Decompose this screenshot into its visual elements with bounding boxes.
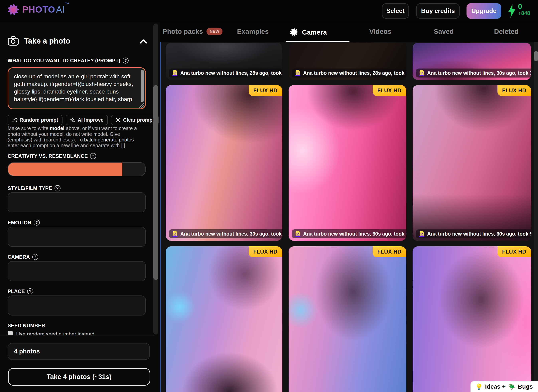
- ideas-bugs-feedback-button[interactable]: 💡 Ideas + 🪲 Bugs: [470, 381, 538, 392]
- generated-photo[interactable]: 👱🏼‍♀️ Ana turbo new without lines, 30s a…: [413, 43, 531, 80]
- model-emoji-icon: 👱🏼‍♀️: [418, 231, 425, 237]
- style-help-icon[interactable]: ?: [55, 185, 60, 191]
- emotion-input[interactable]: [8, 227, 146, 247]
- creativity-slider-fill[interactable]: [8, 163, 122, 176]
- logo-wordmark: PHOTO AI™: [22, 5, 69, 15]
- generated-photo[interactable]: FLUX HD 👱🏼‍♀️ Ana turbo new without line…: [166, 85, 282, 241]
- emotion-help-icon[interactable]: ?: [34, 219, 40, 226]
- gallery-scrollbar-track[interactable]: [534, 42, 538, 392]
- take-photos-button[interactable]: Take 4 photos (~31s): [8, 368, 150, 386]
- prompt-help-text: Make sure to write model above, or if yo…: [8, 126, 142, 148]
- seed-number-label: SEED NUMBER: [8, 323, 45, 328]
- batch-generate-photos-link[interactable]: batch generate photos: [84, 137, 134, 142]
- feedback-ideas-label: Ideas +: [485, 383, 506, 390]
- prompt-input[interactable]: close-up of model as an e-girl portrait …: [8, 68, 145, 108]
- model-emoji-icon: 👱🏼‍♀️: [171, 231, 178, 237]
- logo-text-photo: PHOTO: [22, 5, 55, 14]
- sidebar-bottom-panel: 4 photos Take 4 photos (~31s): [0, 335, 154, 392]
- clear-prompt-button[interactable]: Clear prompt: [111, 115, 158, 125]
- flux-hd-badge: FLUX HD: [373, 85, 406, 96]
- style-label-row: STYLE/FILM TYPE ?: [8, 185, 60, 191]
- tab-camera[interactable]: Camera: [289, 28, 327, 37]
- photo-caption: 👱🏼‍♀️ Ana turbo new without lines, 28s a…: [169, 69, 282, 78]
- emotion-label: EMOTION: [8, 220, 31, 226]
- place-help-icon[interactable]: ?: [27, 288, 33, 294]
- prompt-textarea-container: close-up of model as an e-girl portrait …: [8, 67, 146, 109]
- tab-examples[interactable]: Examples: [237, 28, 269, 35]
- clear-prompt-label: Clear prompt: [123, 117, 154, 123]
- random-prompt-button[interactable]: Random prompt: [8, 115, 63, 125]
- bug-icon: 🪲: [508, 383, 515, 390]
- prompt-scrollbar-thumb[interactable]: [141, 70, 144, 102]
- creativity-help-icon[interactable]: ?: [90, 153, 96, 159]
- active-tab-underline: [286, 41, 349, 42]
- style-film-type-input[interactable]: [8, 192, 146, 212]
- panel-header-take-a-photo[interactable]: Take a photo: [8, 36, 70, 46]
- sidebar-scrollbar-track[interactable]: [153, 23, 158, 335]
- logo-text-ai: AI: [56, 5, 65, 14]
- tab-photo-packs[interactable]: Photo packs NEW: [162, 28, 223, 35]
- prompt-label: WHAT DO YOU WANT TO CREATE? (PROMPT): [8, 58, 120, 64]
- prompt-resize-grip[interactable]: [139, 103, 144, 108]
- tab-deleted[interactable]: Deleted: [494, 28, 519, 35]
- generated-photo[interactable]: FLUX HD 👱🏼‍♀️ Ana turbo new without line…: [289, 85, 406, 241]
- camera-input[interactable]: [8, 261, 146, 281]
- sidebar-scrollbar-thumb[interactable]: [153, 85, 158, 280]
- generated-photo[interactable]: FLUX HD: [166, 246, 282, 392]
- take-a-photo-sidebar: Take a photo WHAT DO YOU WANT TO CREATE?…: [0, 22, 160, 392]
- lightning-bolt-icon: [508, 4, 516, 18]
- prompt-help-icon[interactable]: ?: [123, 57, 129, 64]
- place-label-row: PLACE ?: [8, 288, 33, 294]
- caption-text: Ana turbo new without lines, 28s ago, to…: [303, 70, 406, 76]
- logo-trademark: ™: [65, 2, 69, 7]
- seed-checkbox-row[interactable]: Use random seed number instead: [8, 331, 147, 335]
- emotion-label-row: EMOTION ?: [8, 219, 40, 226]
- model-emoji-icon: 👱🏼‍♀️: [418, 70, 425, 76]
- credits-delta: +848: [518, 10, 530, 16]
- prompt-actions-row: Random prompt AI Improve Clear prompt: [8, 115, 158, 125]
- help-text-post: enter each prompt on a new line and sepa…: [8, 143, 126, 148]
- seed-label-row: SEED NUMBER: [8, 323, 45, 328]
- caption-text: Ana turbo new without lines, 30s ago, to…: [427, 70, 531, 76]
- prompt-label-row: WHAT DO YOU WANT TO CREATE? (PROMPT) ?: [8, 57, 129, 64]
- help-text-pre: Make sure to write: [8, 126, 50, 131]
- flux-hd-badge: FLUX HD: [497, 85, 531, 96]
- help-text-model: model: [50, 126, 65, 131]
- generated-photo[interactable]: FLUX HD 👱🏼‍♀️ Ana turbo new without line…: [413, 85, 531, 241]
- buy-credits-button[interactable]: Buy credits: [416, 3, 460, 19]
- photo-ai-app: PHOTO AI™ Select Buy credits Upgrade 0 +…: [0, 0, 538, 392]
- gallery-scrollbar-thumb[interactable]: [534, 51, 538, 61]
- credits-values: 0 +848: [518, 3, 530, 16]
- upgrade-button[interactable]: Upgrade: [467, 3, 501, 19]
- photo-caption: 👱🏼‍♀️ Ana turbo new without lines, 30s a…: [292, 229, 406, 238]
- generated-photo[interactable]: FLUX HD: [289, 246, 406, 392]
- flux-hd-badge: FLUX HD: [249, 85, 282, 96]
- camera-icon: [8, 36, 19, 46]
- flux-hd-badge: FLUX HD: [373, 246, 406, 257]
- tab-videos[interactable]: Videos: [369, 28, 391, 35]
- tab-saved[interactable]: Saved: [434, 28, 454, 35]
- tab-examples-label: Examples: [237, 28, 269, 35]
- model-emoji-icon: 👱🏼‍♀️: [171, 70, 178, 76]
- tab-photo-packs-label: Photo packs: [162, 28, 203, 35]
- main-content: Photo packs NEW Examples Camera Videos S…: [160, 22, 538, 392]
- ai-improve-button[interactable]: AI Improve: [66, 115, 108, 125]
- select-button[interactable]: Select: [382, 3, 409, 19]
- tab-deleted-label: Deleted: [494, 28, 519, 35]
- place-input[interactable]: [8, 295, 146, 316]
- logo[interactable]: PHOTO AI™: [7, 3, 69, 16]
- photo-count-select[interactable]: 4 photos: [8, 343, 150, 360]
- collapse-chevron-up-icon[interactable]: [140, 39, 147, 44]
- spiral-shutter-icon: [289, 28, 298, 37]
- creativity-slider[interactable]: [8, 162, 146, 176]
- tab-videos-label: Videos: [369, 28, 391, 35]
- tab-camera-label: Camera: [302, 28, 327, 36]
- ai-improve-label: AI Improve: [78, 117, 103, 123]
- photo-caption: 👱🏼‍♀️ Ana turbo new without lines, 30s a…: [169, 229, 282, 238]
- generated-photo[interactable]: 👱🏼‍♀️ Ana turbo new without lines, 28s a…: [289, 43, 406, 80]
- generated-photo[interactable]: FLUX HD: [413, 246, 531, 392]
- credits-indicator[interactable]: 0 +848: [508, 3, 530, 18]
- random-prompt-label: Random prompt: [20, 117, 58, 123]
- camera-help-icon[interactable]: ?: [32, 254, 38, 260]
- generated-photo[interactable]: 👱🏼‍♀️ Ana turbo new without lines, 28s a…: [166, 43, 282, 80]
